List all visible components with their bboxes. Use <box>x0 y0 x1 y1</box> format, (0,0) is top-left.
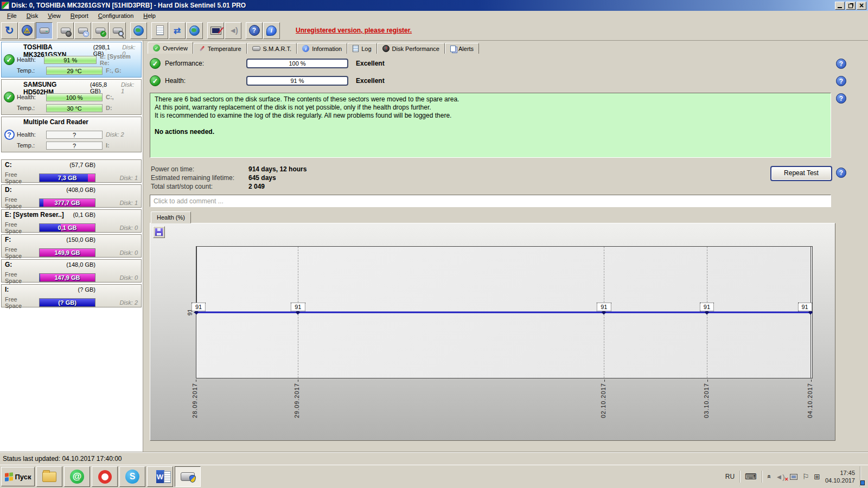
sounds-button[interactable] <box>225 22 241 39</box>
status-message-box: There are 6 bad sectors on the disk surf… <box>150 93 831 158</box>
sync-button[interactable] <box>169 22 186 39</box>
taskbar-mailru-button[interactable]: @ <box>64 466 90 487</box>
menu-view[interactable]: View <box>43 12 66 20</box>
partition-panel-f[interactable]: F:(150,0 GB) Free Space 149,9 GB Disk: 0 <box>1 234 142 258</box>
temp-label: Temp.: <box>17 105 43 111</box>
free-space-label: Free Space <box>5 296 35 309</box>
start-button[interactable]: Пуск <box>1 467 35 486</box>
temp-bar: 30 °C <box>46 104 103 112</box>
tab-label: Overview <box>163 45 188 52</box>
chart-tab-health[interactable]: Health (%) <box>151 211 191 223</box>
action-center-flag-icon[interactable]: ⚐ <box>802 472 809 481</box>
surface-test-button[interactable] <box>109 22 126 39</box>
gauge-icon <box>66 31 72 37</box>
taskbar-opera-button[interactable] <box>92 466 118 487</box>
volume-letters: F:, G: <box>106 67 122 74</box>
app-icon <box>2 2 9 9</box>
tab-information[interactable]: Information <box>297 43 347 54</box>
performance-row: Performance: 100 % Excellent <box>150 57 385 69</box>
partition-panel-g[interactable]: G:(148,0 GB) Free Space 147,9 GB Disk: 0 <box>1 259 142 282</box>
refresh-button[interactable] <box>1 22 18 39</box>
disk-panel-toshiba[interactable]: TOSHIBA MK3261GSYN (298,1 GB) Disk: 0 He… <box>1 42 142 78</box>
menu-help[interactable]: Help <box>138 12 161 20</box>
tab-log[interactable]: Log <box>347 43 376 54</box>
taskbar-explorer-button[interactable] <box>36 466 62 487</box>
gauge-test-button[interactable] <box>57 22 74 39</box>
tab-label: S.M.A.R.T. <box>263 46 292 52</box>
partition-letter: C: <box>5 161 12 169</box>
partition-letter: I: <box>5 286 9 293</box>
tray-clock[interactable]: 17:45 04.10.2017 <box>825 469 855 484</box>
taskbar-word-button[interactable]: W <box>147 466 173 487</box>
stat-label: Total start/stop count: <box>151 183 248 191</box>
status-bar: Status last updated: 04.10.2017 17:40:00 <box>0 452 868 465</box>
disk-panel-card-reader[interactable]: Multiple Card Reader Health: ? Disk: 2 T… <box>1 117 142 152</box>
remote-button[interactable] <box>186 22 203 39</box>
help-icon[interactable] <box>836 59 846 69</box>
restore-icon <box>848 4 853 8</box>
help-button[interactable]: ? <box>246 22 263 39</box>
chart-axis-tick <box>604 380 605 382</box>
health-meter: 91 % <box>246 76 348 86</box>
volume-muted-icon[interactable]: ◄)✕ <box>775 473 784 481</box>
problems-button[interactable] <box>18 22 35 39</box>
network-disks-button[interactable] <box>130 22 147 39</box>
volume-letters: I: <box>106 142 110 149</box>
speaker-icon <box>229 26 237 35</box>
help-icon[interactable] <box>836 76 846 86</box>
tab-overview[interactable]: Overview <box>148 42 193 54</box>
tab-alerts[interactable]: Alerts <box>445 43 479 54</box>
problems-icon <box>22 25 33 36</box>
comment-input[interactable] <box>150 195 831 207</box>
tray-expand-icon[interactable]: » <box>765 475 773 479</box>
pages-icon <box>450 46 456 52</box>
windows-logo-icon <box>5 472 13 481</box>
free-space-bar: 7,3 GB <box>39 174 95 182</box>
tab-smart[interactable]: S.M.A.R.T. <box>247 43 297 54</box>
partition-panel-d[interactable]: D:(408,0 GB) Free Space 377,7 GB Disk: 1 <box>1 184 142 208</box>
save-chart-button[interactable] <box>153 226 165 238</box>
short-test-button[interactable] <box>74 22 91 39</box>
disk-number: Disk: 1 <box>119 200 138 206</box>
free-space-label: Free Space <box>5 221 35 234</box>
chart-plot: 91 9191919191 <box>196 246 813 378</box>
tab-temperature[interactable]: Temperature <box>193 43 247 54</box>
language-indicator[interactable]: RU <box>725 473 735 480</box>
title-bar[interactable]: Disk: 0, TOSHIBA MK3261GSYN [51HID3PRB] … <box>0 0 868 11</box>
taskbar-skype-button[interactable]: S <box>119 466 145 487</box>
tab-label: Alerts <box>458 46 474 52</box>
help-icon[interactable] <box>836 168 846 178</box>
menu-file[interactable]: File <box>2 12 22 20</box>
menu-report[interactable]: Report <box>66 12 93 20</box>
tray-time: 17:45 <box>825 469 855 477</box>
partition-panel-i[interactable]: I:(? GB) Free Space (? GB) Disk: 2 <box>1 284 142 307</box>
stat-label: Estimated remaining lifetime: <box>151 174 248 183</box>
about-button[interactable]: i <box>263 22 280 39</box>
network-icon[interactable] <box>790 474 797 480</box>
partition-panel-e[interactable]: E: [System Reser..](0,1 GB) Free Space 0… <box>1 209 142 233</box>
chart-point-label: 91 <box>597 303 611 311</box>
tab-disk-performance[interactable]: Disk Performance <box>377 43 445 54</box>
menu-configuration[interactable]: Configuration <box>93 12 138 20</box>
keyboard-icon[interactable]: ⌨ <box>745 472 757 481</box>
free-space-label: Free Space <box>5 196 35 209</box>
monitor-icon <box>860 480 865 485</box>
help-icon[interactable] <box>836 93 846 104</box>
window-title: Disk: 0, TOSHIBA MK3261GSYN [51HID3PRB] … <box>11 2 246 9</box>
close-button[interactable] <box>857 2 866 10</box>
show-desktop-button[interactable] <box>860 466 865 487</box>
windows-grid-icon[interactable]: ⊞ <box>814 472 820 481</box>
report-button[interactable] <box>151 22 168 39</box>
partition-panel-c[interactable]: C:(57,7 GB) Free Space 7,3 GB Disk: 1 <box>1 159 142 183</box>
disk-panel-samsung[interactable]: SAMSUNG HD502HM (465,8 GB) Disk: 1 Healt… <box>1 79 142 115</box>
repeat-test-button[interactable]: Repeat Test <box>771 167 831 180</box>
minimize-button[interactable] <box>835 2 845 10</box>
display-config-button[interactable] <box>207 22 224 39</box>
disk-number: Disk: 1 <box>119 175 138 181</box>
register-link[interactable]: Unregistered version, please register. <box>296 27 412 34</box>
taskbar-hdsentinel-button[interactable] <box>175 466 201 487</box>
restore-button[interactable] <box>846 2 856 10</box>
extended-test-button[interactable] <box>92 22 108 39</box>
disk-overview-button[interactable] <box>36 22 53 39</box>
menu-disk[interactable]: Disk <box>22 12 43 20</box>
